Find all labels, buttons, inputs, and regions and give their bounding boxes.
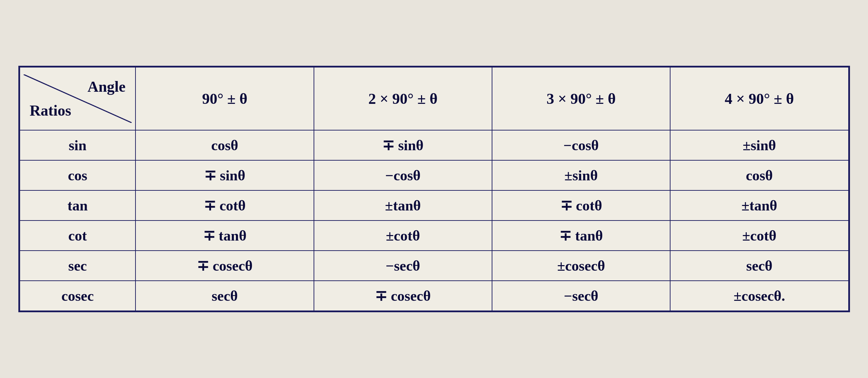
ratio-cell: cot <box>20 220 136 251</box>
table-row: tan∓ cotθ±tanθ∓ cotθ±tanθ <box>20 190 849 220</box>
ratio-cell: tan <box>20 190 136 220</box>
ratio-cell: cos <box>20 160 136 190</box>
data-cell-3: ±sinθ <box>492 160 670 190</box>
data-cell-2: −secθ <box>314 251 492 281</box>
data-cell-1: ∓ tanθ <box>135 220 314 251</box>
data-cell-1: ∓ cosecθ <box>135 251 314 281</box>
data-cell-3: −cosθ <box>492 130 670 160</box>
table-body: sincosθ∓ sinθ−cosθ±sinθcos∓ sinθ−cosθ±si… <box>20 130 849 311</box>
data-cell-3: ∓ cotθ <box>492 190 670 220</box>
ratio-cell: cosec <box>20 281 136 311</box>
ratio-cell: sin <box>20 130 136 160</box>
header-col3: 3 × 90° ± θ <box>492 67 670 130</box>
trig-table-container: Angle Ratios 90° ± θ 2 × 90° ± θ 3 × 90°… <box>18 66 850 312</box>
data-cell-1: cosθ <box>135 130 314 160</box>
data-cell-1: ∓ cotθ <box>135 190 314 220</box>
table-row: sincosθ∓ sinθ−cosθ±sinθ <box>20 130 849 160</box>
data-cell-3: ∓ tanθ <box>492 220 670 251</box>
data-cell-1: secθ <box>135 281 314 311</box>
trig-table: Angle Ratios 90° ± θ 2 × 90° ± θ 3 × 90°… <box>19 67 849 311</box>
data-cell-4: ±cosecθ. <box>670 281 848 311</box>
data-cell-2: −cosθ <box>314 160 492 190</box>
header-col1: 90° ± θ <box>135 67 314 130</box>
data-cell-4: ±cotθ <box>670 220 848 251</box>
header-angle-label: Angle <box>87 78 125 96</box>
header-col2: 2 × 90° ± θ <box>314 67 492 130</box>
data-cell-3: −secθ <box>492 281 670 311</box>
data-cell-4: cosθ <box>670 160 848 190</box>
header-col4: 4 × 90° ± θ <box>670 67 848 130</box>
data-cell-4: ±sinθ <box>670 130 848 160</box>
data-cell-1: ∓ sinθ <box>135 160 314 190</box>
ratio-cell: sec <box>20 251 136 281</box>
data-cell-4: secθ <box>670 251 848 281</box>
table-row: sec∓ cosecθ−secθ±cosecθsecθ <box>20 251 849 281</box>
data-cell-4: ±tanθ <box>670 190 848 220</box>
data-cell-2: ±cotθ <box>314 220 492 251</box>
table-row: cot∓ tanθ±cotθ∓ tanθ±cotθ <box>20 220 849 251</box>
data-cell-2: ±tanθ <box>314 190 492 220</box>
table-row: cos∓ sinθ−cosθ±sinθcosθ <box>20 160 849 190</box>
diagonal-header-cell: Angle Ratios <box>20 67 136 130</box>
data-cell-2: ∓ sinθ <box>314 130 492 160</box>
header-ratios-label: Ratios <box>30 102 71 119</box>
table-row: cosecsecθ∓ cosecθ−secθ±cosecθ. <box>20 281 849 311</box>
data-cell-2: ∓ cosecθ <box>314 281 492 311</box>
header-row: Angle Ratios 90° ± θ 2 × 90° ± θ 3 × 90°… <box>20 67 849 130</box>
data-cell-3: ±cosecθ <box>492 251 670 281</box>
